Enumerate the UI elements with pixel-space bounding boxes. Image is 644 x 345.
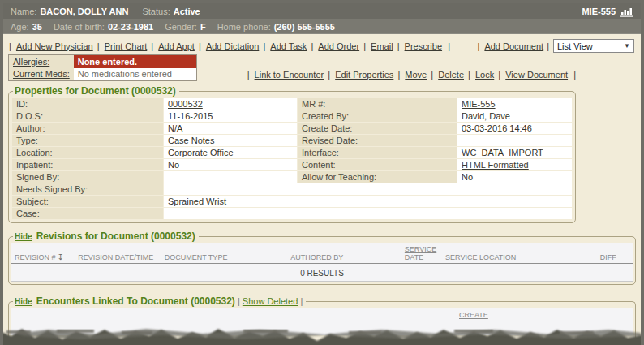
table-row: Signed By: Allow for Teaching: No <box>12 171 572 183</box>
view-mode-select[interactable]: List View ▼ <box>553 39 634 53</box>
link-to-encounter-link[interactable]: Link to Encounter <box>247 70 324 80</box>
content-format-link[interactable]: HTML Formatted <box>462 160 529 170</box>
service-location-header[interactable]: SERVICE LOCATION <box>445 253 516 261</box>
toolbar-link-add-new-physician[interactable]: Add New Physician <box>9 41 93 51</box>
needs-signed-by-label: Needs Signed By: <box>12 183 163 195</box>
create-date-value: 03-03-2016 14:46 <box>457 123 572 134</box>
create-date-column-header[interactable]: CREATE <box>459 311 488 319</box>
toolbar-links: Add New Physician Print Chart Add Appt A… <box>8 41 450 51</box>
document-id-link[interactable]: 0000532 <box>168 99 203 109</box>
toolbar-link-add-dictation[interactable]: Add Dictation <box>199 41 259 51</box>
properties-section: Properties for Document (0000532) ID: 00… <box>8 85 576 223</box>
encounters-section-title: Encounters Linked To Document (0000532) <box>36 295 235 307</box>
patient-name: BACON, DOLLY ANN <box>40 6 128 16</box>
phone-label: Home phone: <box>217 22 271 32</box>
gender-label: Gender: <box>165 22 197 32</box>
inpatient-label: Inpatient: <box>12 159 163 170</box>
add-document-link[interactable]: Add Document <box>477 41 543 51</box>
lock-link[interactable]: Lock <box>468 70 494 80</box>
sort-descending-icon: ↧ <box>58 252 64 261</box>
table-row: ID: 0000532 MR #: MIE-555 <box>12 98 572 110</box>
current-meds-link[interactable]: Current Meds: <box>13 69 70 79</box>
interface-value: WC_DATA_IMPORT <box>457 147 572 158</box>
document-type-header[interactable]: DOCUMENT TYPE <box>165 253 228 261</box>
bar-chart-icon[interactable] <box>620 6 633 17</box>
hide-encounters-link[interactable]: Hide <box>15 297 32 306</box>
properties-section-title: Properties for Document (0000532) <box>13 85 179 97</box>
subject-value: Sprained Wrist <box>164 196 572 207</box>
allergies-value: None entered. <box>74 55 197 68</box>
move-link[interactable]: Move <box>397 70 427 80</box>
properties-table: ID: 0000532 MR #: MIE-555 D.O.S: 11-16-2… <box>11 97 573 220</box>
chart-toolbar: Add New Physician Print Chart Add Appt A… <box>8 39 634 53</box>
table-row: Case: <box>12 208 572 219</box>
allergies-row: Allergies: None entered. <box>9 55 197 68</box>
service-date-header[interactable]: SERVICE DATE <box>405 245 436 261</box>
mr-label: MR #: <box>298 98 457 110</box>
subject-label: Subject: <box>12 196 163 207</box>
signed-by-label: Signed By: <box>12 171 163 183</box>
toolbar-link-add-order[interactable]: Add Order <box>311 41 359 51</box>
signed-by-value <box>164 171 297 183</box>
mr-number-link[interactable]: MIE-555 <box>462 99 496 109</box>
hide-revisions-link[interactable]: Hide <box>15 232 32 241</box>
table-row: Type: Case Notes Revised Date: <box>12 135 572 146</box>
encounters-section: HideEncounters Linked To Document (00005… <box>8 295 636 338</box>
needs-signed-by-value <box>164 183 572 195</box>
allergy-meds-summary-box: Allergies: None entered. Current Meds: N… <box>8 54 197 81</box>
age-label: Age: <box>11 22 29 32</box>
revision-number-header[interactable]: REVISION # <box>15 253 56 261</box>
allergies-link[interactable]: Allergies: <box>13 57 49 67</box>
results-count: 0 RESULTS <box>11 265 633 282</box>
status-label: Status: <box>142 6 170 16</box>
allow-teaching-label: Allow for Teaching: <box>298 171 457 183</box>
table-row: Subject: Sprained Wrist <box>12 196 572 207</box>
encounters-table: CREATE <box>11 308 633 335</box>
interface-label: Interface: <box>298 147 457 158</box>
patient-status: Active <box>174 6 200 16</box>
created-by-value: David, Dave <box>457 110 572 122</box>
diff-header: DIFF <box>600 253 616 261</box>
type-value: Case Notes <box>164 135 297 146</box>
revised-date-label: Revised Date: <box>298 135 457 146</box>
type-label: Type: <box>12 135 163 146</box>
created-by-label: Created By: <box>298 110 457 122</box>
toolbar-link-add-task[interactable]: Add Task <box>263 41 307 51</box>
mr-number-badge: MIE-555 <box>582 6 616 16</box>
age-value: 35 <box>32 22 42 32</box>
current-meds-row: Current Meds: No medications entered <box>9 68 197 81</box>
table-row: D.O.S: 11-16-2015 Created By: David, Dav… <box>12 110 572 122</box>
toolbar-link-prescribe[interactable]: Prescribe <box>397 41 442 51</box>
location-label: Location: <box>12 147 163 158</box>
create-date-label: Create Date: <box>298 123 457 134</box>
gender-value: F <box>200 22 206 32</box>
dob-value: 02-23-1981 <box>108 22 153 32</box>
authored-by-header[interactable]: AUTHORED BY <box>290 253 343 261</box>
toolbar-link-add-appt[interactable]: Add Appt <box>151 41 195 51</box>
chevron-down-icon: ▼ <box>624 42 630 50</box>
case-value <box>164 208 572 219</box>
dos-label: D.O.S: <box>12 110 163 122</box>
id-label: ID: <box>12 98 163 110</box>
case-label: Case: <box>12 208 163 219</box>
app-window: Name:BACON, DOLLY ANN Status:Active MIE-… <box>0 0 644 345</box>
table-row: Inpatient: No Content: HTML Formatted <box>12 159 572 170</box>
edit-properties-link[interactable]: Edit Properties <box>328 70 393 80</box>
toolbar-link-email[interactable]: Email <box>363 41 393 51</box>
allow-teaching-value: No <box>457 171 572 183</box>
table-row: Needs Signed By: <box>12 183 572 195</box>
table-row: Author: N/A Create Date: 03-03-2016 14:4… <box>12 123 572 134</box>
inpatient-value: No <box>164 159 297 170</box>
revision-datetime-header[interactable]: REVISION DATE/TIME <box>78 253 153 261</box>
author-value: N/A <box>164 123 297 134</box>
view-document-link[interactable]: View Document <box>498 70 568 80</box>
view-mode-value: List View <box>557 41 593 51</box>
show-deleted-link[interactable]: Show Deleted <box>243 296 298 306</box>
author-label: Author: <box>12 123 163 134</box>
delete-link[interactable]: Delete <box>431 70 464 80</box>
table-row: Location: Corporate Office Interface: WC… <box>12 147 572 158</box>
revisions-section-title: Revisions for Document (0000532) <box>36 231 195 242</box>
name-label: Name: <box>11 6 36 16</box>
toolbar-link-print-chart[interactable]: Print Chart <box>97 41 148 51</box>
revisions-table: REVISION #↧ REVISION DATE/TIME DOCUMENT … <box>11 243 633 282</box>
